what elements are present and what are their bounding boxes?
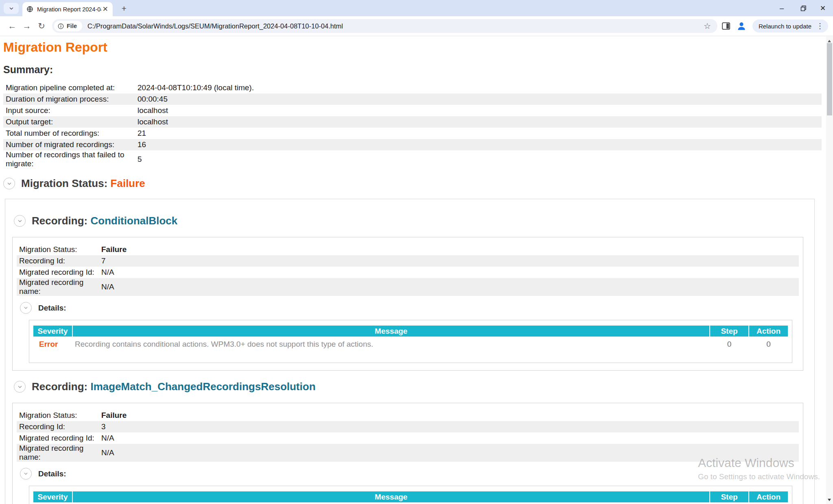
window-minimize-button[interactable]: – bbox=[773, 0, 790, 16]
address-bar[interactable]: File C:/ProgramData/SolarWinds/Logs/SEUM… bbox=[52, 19, 717, 33]
tab-search-button[interactable] bbox=[4, 3, 19, 14]
field-label: Recording Id: bbox=[17, 255, 99, 267]
table-row: Error Recording contains conditional act… bbox=[33, 337, 788, 349]
browser-toolbar: ← → ↻ File C:/ProgramData/SolarWinds/Log… bbox=[0, 16, 833, 36]
chevron-down-icon bbox=[23, 471, 28, 476]
restore-icon bbox=[800, 5, 807, 11]
collapse-toggle-button[interactable] bbox=[20, 302, 32, 314]
field-label: Migration Status: bbox=[17, 244, 99, 255]
recording-name: ConditionalBlock bbox=[90, 215, 177, 227]
status-badge: Failure bbox=[99, 244, 799, 255]
tab-title: Migration Report 2024-04-08T1 bbox=[37, 6, 101, 13]
recording-title-prefix: Recording: bbox=[32, 380, 87, 393]
collapse-toggle-button[interactable] bbox=[3, 178, 15, 189]
recording-panel: Migration Status: Failure Recording Id: … bbox=[12, 237, 803, 371]
table-row: Migrated recording name: N/A bbox=[17, 444, 799, 462]
recording-header: Recording: ImageMatch_ChangedRecordingsR… bbox=[14, 380, 803, 393]
message-cell: Recording contains multiple Actions with… bbox=[73, 502, 709, 504]
table-header-row: Severity Message Step Action bbox=[33, 326, 788, 337]
window-close-button[interactable]: ✕ bbox=[814, 0, 831, 16]
table-row: Migrated recording Id: N/A bbox=[17, 267, 799, 278]
details-label: Details: bbox=[38, 304, 66, 313]
column-header-message: Message bbox=[73, 491, 709, 502]
column-header-step: Step bbox=[710, 326, 748, 337]
table-row: Input source: localhost bbox=[3, 105, 822, 116]
messages-table: Severity Message Step Action Error Recor… bbox=[33, 326, 789, 349]
severity-cell: Error bbox=[33, 502, 72, 504]
field-value: N/A bbox=[99, 278, 799, 296]
window-restore-button[interactable] bbox=[795, 0, 812, 16]
step-cell: 0 bbox=[710, 337, 748, 349]
browser-menu-kebab-icon[interactable]: ⋮ bbox=[815, 22, 825, 30]
forward-button[interactable]: → bbox=[20, 19, 34, 33]
table-row: Error Recording contains multiple Action… bbox=[33, 502, 788, 504]
field-label: Migrated recording Id: bbox=[17, 432, 99, 444]
table-row: Recording Id: 3 bbox=[17, 421, 799, 432]
summary-value: 2024-04-08T10:10:49 (local time). bbox=[135, 82, 822, 93]
details-header: Details: bbox=[20, 302, 799, 314]
field-label: Migrated recording Id: bbox=[17, 267, 99, 278]
vertical-scrollbar[interactable] bbox=[826, 37, 833, 504]
severity-cell: Error bbox=[33, 337, 72, 349]
profile-avatar[interactable] bbox=[736, 21, 747, 31]
scroll-down-arrow-icon[interactable] bbox=[828, 499, 831, 501]
bookmark-star-icon[interactable]: ☆ bbox=[702, 21, 713, 31]
field-label: Recording Id: bbox=[17, 421, 99, 432]
relaunch-to-update-button[interactable]: Relaunch to update ⋮ bbox=[752, 20, 828, 33]
recording-name: ImageMatch_ChangedRecordingsResolution bbox=[90, 380, 315, 393]
messages-panel: Severity Message Step Action Error Recor… bbox=[29, 486, 792, 504]
summary-label: Input source: bbox=[3, 105, 135, 116]
table-row: Migrated recording Id: N/A bbox=[17, 432, 799, 444]
scrollbar-thumb[interactable] bbox=[827, 43, 832, 115]
collapse-toggle-button[interactable] bbox=[14, 215, 26, 227]
step-cell: 0 bbox=[710, 502, 748, 504]
field-label: Migrated recording name: bbox=[17, 278, 99, 296]
summary-label: Migration pipeline completed at: bbox=[3, 82, 135, 93]
field-value: N/A bbox=[99, 444, 799, 462]
summary-value: 00:00:45 bbox=[135, 93, 822, 105]
new-tab-button[interactable]: + bbox=[119, 3, 129, 14]
summary-label: Output target: bbox=[3, 116, 135, 128]
recording-title-prefix: Recording: bbox=[32, 215, 87, 227]
file-scheme-chip[interactable]: File bbox=[54, 21, 82, 31]
table-row: Migrated recording name: N/A bbox=[17, 278, 799, 296]
section-title: Migration Status: Failure bbox=[21, 177, 145, 190]
table-row: Number of migrated recordings: 16 bbox=[3, 139, 822, 150]
tab-close-icon[interactable]: ✕ bbox=[101, 6, 109, 13]
recording-title: Recording: ImageMatch_ChangedRecordingsR… bbox=[32, 380, 316, 393]
recording-fields-table: Migration Status: Failure Recording Id: … bbox=[17, 410, 799, 462]
column-header-step: Step bbox=[710, 491, 748, 502]
relaunch-label: Relaunch to update bbox=[759, 23, 811, 30]
url-text: C:/ProgramData/SolarWinds/Logs/SEUM/Migr… bbox=[87, 22, 702, 30]
chevron-down-icon bbox=[9, 6, 14, 11]
info-icon bbox=[58, 23, 64, 29]
side-panel-icon[interactable] bbox=[722, 22, 731, 30]
column-header-action: Action bbox=[749, 491, 788, 502]
collapse-toggle-button[interactable] bbox=[20, 468, 32, 480]
details-header: Details: bbox=[20, 468, 799, 480]
chevron-down-icon bbox=[23, 305, 28, 311]
summary-heading: Summary: bbox=[3, 64, 826, 76]
summary-table: Migration pipeline completed at: 2024-04… bbox=[3, 82, 822, 168]
chevron-down-icon bbox=[17, 384, 23, 390]
reload-button[interactable]: ↻ bbox=[34, 19, 49, 33]
table-row: Output target: localhost bbox=[3, 116, 822, 128]
action-cell: 0 bbox=[749, 337, 788, 349]
back-button[interactable]: ← bbox=[5, 19, 20, 33]
field-value: 7 bbox=[99, 255, 799, 267]
failure-section-container: Recording: ConditionalBlock Migration St… bbox=[5, 199, 815, 504]
scroll-up-arrow-icon[interactable] bbox=[828, 40, 831, 42]
globe-favicon-icon bbox=[26, 6, 33, 13]
recording-title: Recording: ConditionalBlock bbox=[32, 215, 177, 227]
recording-fields-table: Migration Status: Failure Recording Id: … bbox=[17, 244, 799, 296]
field-value: N/A bbox=[99, 267, 799, 278]
summary-label: Total number of recordings: bbox=[3, 128, 135, 139]
summary-value: 21 bbox=[135, 128, 822, 139]
collapse-toggle-button[interactable] bbox=[14, 381, 26, 393]
browser-tab[interactable]: Migration Report 2024-04-08T1 ✕ bbox=[22, 2, 113, 16]
field-label: Migration Status: bbox=[17, 410, 99, 421]
toolbar-right: Relaunch to update ⋮ bbox=[722, 20, 828, 33]
summary-value: 5 bbox=[135, 150, 822, 168]
report-page: Migration Report Summary: Migration pipe… bbox=[0, 37, 826, 504]
column-header-action: Action bbox=[749, 326, 788, 337]
